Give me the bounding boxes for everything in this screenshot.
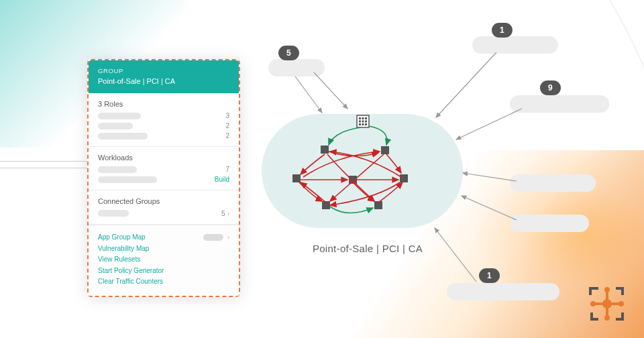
section-roles-title: 3 Roles [98,100,229,108]
placeholder-bar [98,133,148,139]
role-count: 2 [225,132,229,139]
section-workloads: Workloads 7 Build [89,147,239,190]
section-connected-title: Connected Groups [98,197,229,205]
node-icon [321,146,329,154]
svg-point-19 [604,315,610,321]
placeholder-bar [98,113,141,119]
link-view-rulesets[interactable]: View Rulesets [98,254,229,266]
placeholder-bar [98,176,157,183]
traffic-count-badge: 9 [540,80,561,95]
node-icon [400,174,408,182]
connected-count: 5 [221,210,225,217]
role-row[interactable]: 3 [98,112,229,119]
role-count: 3 [225,112,229,119]
group-detail-panel: GROUP Point-of-Sale | PCI | CA 3 Roles 3… [87,59,240,297]
panel-link-label: Vulnerability Map [98,243,149,255]
link-app-group-map[interactable]: App Group Map › [98,232,229,243]
workloads-row[interactable]: 7 [98,166,229,173]
traffic-count-badge: 1 [492,23,513,38]
placeholder-bar [98,123,133,129]
svg-line-2 [436,52,496,117]
role-row[interactable]: 2 [98,122,229,129]
link-vulnerability-map[interactable]: Vulnerability Map [98,243,229,255]
panel-eyebrow: GROUP [98,67,229,74]
section-roles: 3 Roles 3 2 2 [89,93,239,147]
svg-rect-10 [359,121,361,123]
svg-point-18 [619,301,624,306]
svg-rect-8 [362,117,364,119]
connected-row[interactable]: 5 › [98,209,229,217]
blocked-traffic-edges [299,152,402,205]
section-workloads-title: Workloads [98,154,229,162]
traffic-count-badge: 5 [278,46,299,60]
section-connected: Connected Groups 5 › [89,190,239,225]
svg-rect-7 [359,117,361,119]
link-start-policy-generator[interactable]: Start Policy Generator [98,266,229,277]
svg-line-0 [295,76,322,113]
panel-header: GROUP Point-of-Sale | PCI | CA [89,60,239,93]
panel-title: Point-of-Sale | PCI | CA [98,77,229,85]
svg-line-4 [463,173,517,181]
workloads-count: 7 [225,166,229,173]
role-count: 2 [225,122,229,129]
chevron-right-icon: › [227,232,229,243]
chevron-right-icon: › [227,210,229,217]
svg-rect-9 [365,117,367,119]
svg-line-3 [456,109,522,139]
svg-point-20 [590,301,596,306]
panel-link-label: Clear Traffic Counters [98,276,163,288]
node-icon [381,146,389,154]
placeholder-bar [98,166,137,173]
svg-rect-11 [362,121,364,123]
link-clear-traffic-counters[interactable]: Clear Traffic Counters [98,276,229,288]
svg-line-6 [435,228,476,282]
svg-rect-13 [359,123,361,125]
svg-line-5 [462,196,517,220]
panel-link-label: View Rulesets [98,254,140,266]
placeholder-bar [98,210,129,217]
role-row[interactable]: 2 [98,132,229,139]
traffic-count-badge: 1 [479,268,500,283]
panel-link-label: Start Policy Generator [98,266,164,277]
svg-point-17 [604,287,610,292]
panel-link-label: App Group Map [98,232,146,243]
node-icon [292,174,301,182]
workloads-mode: Build [215,176,229,183]
brand-logo-icon [588,284,627,323]
svg-rect-14 [362,123,364,125]
workloads-mode-row[interactable]: Build [98,176,229,183]
svg-line-1 [314,72,347,109]
group-caption: Point-of-Sale | PCI | CA [280,243,455,254]
svg-rect-15 [365,123,367,125]
placeholder-pill [203,234,223,241]
panel-links: App Group Map › Vulnerability Map View R… [89,225,239,296]
svg-rect-12 [365,121,367,123]
